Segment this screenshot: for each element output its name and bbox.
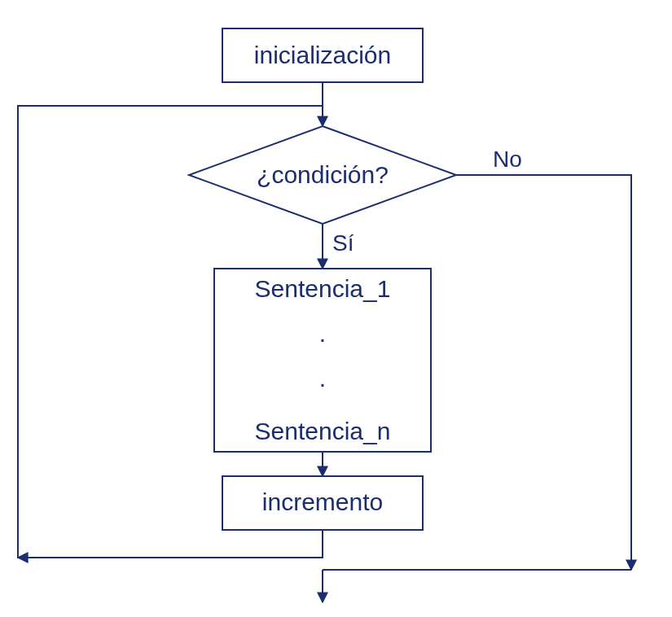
- for-loop-flowchart: inicialización ¿condición? Sí No Sentenc…: [0, 0, 672, 617]
- condition-label: ¿condición?: [257, 161, 389, 188]
- no-branch-label: No: [493, 147, 522, 172]
- statement-dot2: .: [319, 365, 326, 392]
- arrow-no-branch: [456, 175, 631, 570]
- increment-label: incremento: [262, 488, 383, 515]
- yes-branch-label: Sí: [332, 230, 354, 256]
- statement-last-label: Sentencia_n: [255, 418, 391, 444]
- initialization-label: inicialización: [254, 42, 391, 68]
- statement-dot1: .: [319, 320, 326, 347]
- statement-first-label: Sentencia_1: [255, 275, 391, 302]
